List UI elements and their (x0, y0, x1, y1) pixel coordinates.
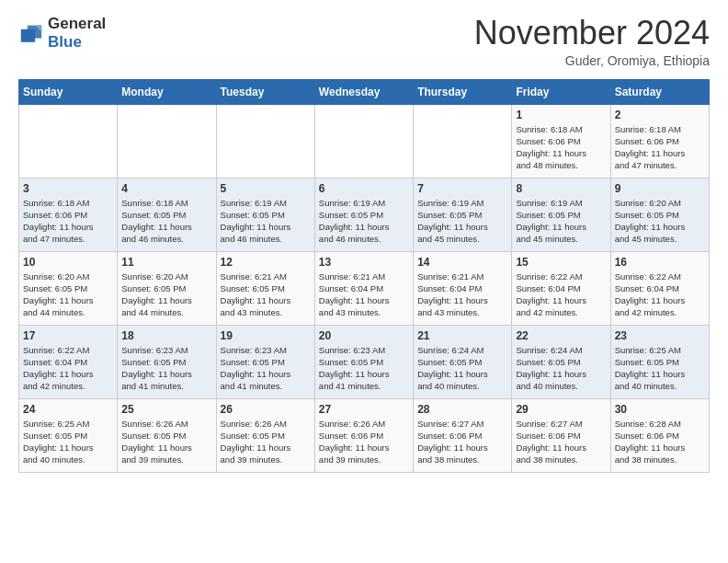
day-number: 11 (121, 256, 211, 269)
day-number: 17 (23, 329, 113, 342)
logo: General Blue (18, 15, 106, 51)
day-number: 13 (319, 256, 409, 269)
logo-general: General (48, 15, 106, 33)
day-number: 29 (516, 403, 606, 416)
day-info: Sunrise: 6:25 AM Sunset: 6:05 PM Dayligh… (23, 418, 113, 466)
day-number: 12 (221, 256, 311, 269)
day-cell: 6Sunrise: 6:19 AM Sunset: 6:05 PM Daylig… (314, 178, 413, 251)
day-cell: 24Sunrise: 6:25 AM Sunset: 6:05 PM Dayli… (19, 398, 118, 472)
day-info: Sunrise: 6:25 AM Sunset: 6:05 PM Dayligh… (615, 344, 705, 393)
day-cell (314, 104, 413, 178)
day-cell (216, 104, 314, 178)
logo-blue: Blue (48, 33, 106, 52)
day-info: Sunrise: 6:24 AM Sunset: 6:05 PM Dayligh… (516, 344, 606, 393)
day-cell: 2Sunrise: 6:18 AM Sunset: 6:06 PM Daylig… (610, 104, 709, 178)
header-cell-wednesday: Wednesday (314, 79, 413, 104)
day-number: 15 (516, 256, 606, 269)
day-number: 30 (615, 403, 705, 416)
day-cell: 10Sunrise: 6:20 AM Sunset: 6:05 PM Dayli… (19, 251, 118, 325)
day-number: 20 (319, 329, 409, 342)
day-cell: 14Sunrise: 6:21 AM Sunset: 6:04 PM Dayli… (414, 251, 512, 325)
day-info: Sunrise: 6:19 AM Sunset: 6:05 PM Dayligh… (319, 197, 409, 246)
month-title: November 2024 (474, 15, 710, 52)
day-info: Sunrise: 6:27 AM Sunset: 6:06 PM Dayligh… (417, 418, 507, 466)
day-cell: 25Sunrise: 6:26 AM Sunset: 6:05 PM Dayli… (118, 398, 216, 472)
day-info: Sunrise: 6:19 AM Sunset: 6:05 PM Dayligh… (417, 197, 507, 246)
day-number: 5 (221, 182, 311, 195)
day-info: Sunrise: 6:22 AM Sunset: 6:04 PM Dayligh… (516, 270, 606, 319)
day-info: Sunrise: 6:21 AM Sunset: 6:04 PM Dayligh… (319, 270, 409, 319)
day-info: Sunrise: 6:20 AM Sunset: 6:05 PM Dayligh… (23, 270, 113, 319)
day-number: 9 (615, 182, 705, 195)
svg-marker-1 (21, 29, 35, 41)
day-number: 6 (319, 182, 409, 195)
header: General Blue November 2024 Guder, Oromiy… (18, 15, 710, 68)
week-row-3: 10Sunrise: 6:20 AM Sunset: 6:05 PM Dayli… (19, 251, 710, 325)
day-number: 1 (516, 109, 606, 121)
day-cell: 29Sunrise: 6:27 AM Sunset: 6:06 PM Dayli… (512, 398, 610, 472)
logo-text: General Blue (48, 15, 106, 51)
day-cell: 12Sunrise: 6:21 AM Sunset: 6:05 PM Dayli… (216, 251, 314, 325)
day-number: 14 (417, 256, 507, 269)
day-cell (19, 104, 118, 178)
week-row-5: 24Sunrise: 6:25 AM Sunset: 6:05 PM Dayli… (19, 398, 710, 472)
day-number: 25 (121, 403, 211, 416)
day-info: Sunrise: 6:18 AM Sunset: 6:06 PM Dayligh… (615, 123, 705, 172)
header-cell-friday: Friday (512, 79, 610, 104)
day-cell: 11Sunrise: 6:20 AM Sunset: 6:05 PM Dayli… (118, 251, 216, 325)
day-cell: 16Sunrise: 6:22 AM Sunset: 6:04 PM Dayli… (610, 251, 709, 325)
day-number: 22 (516, 329, 606, 342)
day-cell: 5Sunrise: 6:19 AM Sunset: 6:05 PM Daylig… (216, 178, 314, 251)
day-info: Sunrise: 6:22 AM Sunset: 6:04 PM Dayligh… (23, 344, 113, 393)
day-cell (118, 104, 216, 178)
day-info: Sunrise: 6:21 AM Sunset: 6:05 PM Dayligh… (221, 270, 311, 319)
week-row-1: 1Sunrise: 6:18 AM Sunset: 6:06 PM Daylig… (19, 104, 710, 178)
day-info: Sunrise: 6:23 AM Sunset: 6:05 PM Dayligh… (121, 344, 211, 393)
day-number: 21 (417, 329, 507, 342)
day-number: 8 (516, 182, 606, 195)
day-cell: 28Sunrise: 6:27 AM Sunset: 6:06 PM Dayli… (414, 398, 512, 472)
header-cell-monday: Monday (118, 79, 216, 104)
day-number: 2 (615, 109, 705, 121)
day-number: 28 (417, 403, 507, 416)
day-number: 24 (23, 403, 113, 416)
day-number: 10 (23, 256, 113, 269)
page: General Blue November 2024 Guder, Oromiy… (0, 0, 728, 491)
header-row: SundayMondayTuesdayWednesdayThursdayFrid… (19, 79, 710, 104)
day-number: 7 (417, 182, 507, 195)
day-number: 18 (121, 329, 211, 342)
day-info: Sunrise: 6:26 AM Sunset: 6:06 PM Dayligh… (319, 418, 409, 466)
day-cell: 3Sunrise: 6:18 AM Sunset: 6:06 PM Daylig… (19, 178, 118, 251)
day-info: Sunrise: 6:18 AM Sunset: 6:06 PM Dayligh… (23, 197, 113, 246)
day-number: 4 (121, 182, 211, 195)
header-cell-saturday: Saturday (610, 79, 709, 104)
week-row-2: 3Sunrise: 6:18 AM Sunset: 6:06 PM Daylig… (19, 178, 710, 251)
day-number: 26 (221, 403, 311, 416)
day-info: Sunrise: 6:27 AM Sunset: 6:06 PM Dayligh… (516, 418, 606, 466)
day-cell: 18Sunrise: 6:23 AM Sunset: 6:05 PM Dayli… (118, 325, 216, 398)
title-section: November 2024 Guder, Oromiya, Ethiopia (474, 15, 710, 68)
day-info: Sunrise: 6:18 AM Sunset: 6:06 PM Dayligh… (516, 123, 606, 172)
day-info: Sunrise: 6:23 AM Sunset: 6:05 PM Dayligh… (221, 344, 311, 393)
day-cell: 15Sunrise: 6:22 AM Sunset: 6:04 PM Dayli… (512, 251, 610, 325)
day-cell: 20Sunrise: 6:23 AM Sunset: 6:05 PM Dayli… (314, 325, 413, 398)
day-info: Sunrise: 6:28 AM Sunset: 6:06 PM Dayligh… (615, 418, 705, 466)
week-row-4: 17Sunrise: 6:22 AM Sunset: 6:04 PM Dayli… (19, 325, 710, 398)
day-info: Sunrise: 6:26 AM Sunset: 6:05 PM Dayligh… (121, 418, 211, 466)
day-cell: 8Sunrise: 6:19 AM Sunset: 6:05 PM Daylig… (512, 178, 610, 251)
day-info: Sunrise: 6:22 AM Sunset: 6:04 PM Dayligh… (615, 270, 705, 319)
day-cell: 22Sunrise: 6:24 AM Sunset: 6:05 PM Dayli… (512, 325, 610, 398)
day-cell: 19Sunrise: 6:23 AM Sunset: 6:05 PM Dayli… (216, 325, 314, 398)
day-info: Sunrise: 6:23 AM Sunset: 6:05 PM Dayligh… (319, 344, 409, 393)
location: Guder, Oromiya, Ethiopia (474, 53, 710, 68)
day-info: Sunrise: 6:20 AM Sunset: 6:05 PM Dayligh… (121, 270, 211, 319)
day-cell: 23Sunrise: 6:25 AM Sunset: 6:05 PM Dayli… (610, 325, 709, 398)
day-cell: 27Sunrise: 6:26 AM Sunset: 6:06 PM Dayli… (314, 398, 413, 472)
logo-icon (18, 20, 44, 46)
day-number: 3 (23, 182, 113, 195)
day-number: 19 (221, 329, 311, 342)
day-number: 23 (615, 329, 705, 342)
day-cell: 9Sunrise: 6:20 AM Sunset: 6:05 PM Daylig… (610, 178, 709, 251)
calendar-table: SundayMondayTuesdayWednesdayThursdayFrid… (18, 79, 710, 473)
day-info: Sunrise: 6:20 AM Sunset: 6:05 PM Dayligh… (615, 197, 705, 246)
